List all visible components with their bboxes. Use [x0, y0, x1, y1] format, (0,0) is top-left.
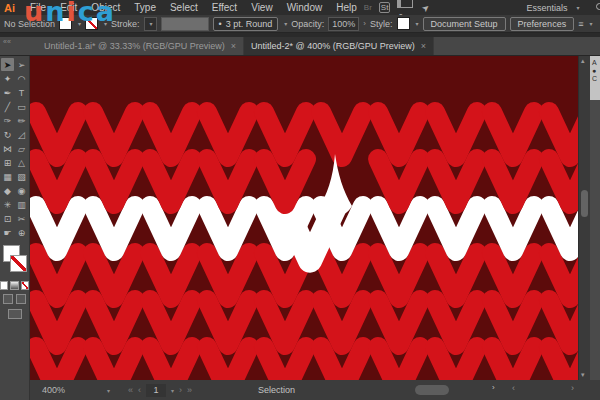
magic-wand-tool-icon[interactable]: ✦ — [1, 72, 14, 85]
artboard-canvas[interactable] — [30, 56, 578, 380]
document-tab[interactable]: Untitled-2* @ 400% (RGB/GPU Preview)× — [244, 37, 434, 55]
zoom-level[interactable]: 400% — [42, 385, 65, 395]
status-bar: 400% ▾ « ‹ 1 ▾ › » Selection › ‹ › — [30, 380, 600, 400]
status-display: Selection — [258, 385, 295, 395]
brush-preset-value: 3 pt. Round — [226, 19, 273, 29]
collapse-tools-icon[interactable]: «« — [0, 37, 37, 55]
column-graph-tool-icon[interactable]: ▥ — [15, 198, 28, 211]
last-artboard-icon[interactable]: » — [187, 385, 192, 395]
stock-icon[interactable]: St — [379, 2, 391, 13]
document-setup-button[interactable]: Document Setup — [423, 17, 506, 31]
share-icon[interactable]: ➤ — [420, 1, 432, 14]
panel-edge-glyph: A — [592, 59, 597, 67]
shape-builder-tool-icon[interactable]: ⊞ — [1, 156, 14, 169]
close-icon[interactable]: × — [421, 41, 426, 51]
gradient-button[interactable] — [10, 281, 18, 290]
stroke-swatch[interactable] — [10, 255, 27, 272]
color-button[interactable] — [0, 281, 8, 290]
none-button[interactable] — [21, 281, 29, 290]
type-tool-icon[interactable]: T — [15, 86, 28, 99]
preferences-button[interactable]: Preferences — [510, 17, 575, 31]
workspace-switcher[interactable]: Essentials — [526, 3, 567, 13]
tab-label: Untitled-1.ai* @ 33.33% (RGB/GPU Preview… — [44, 41, 225, 51]
search-icon[interactable] — [596, 3, 600, 12]
opacity-value: 100% — [332, 19, 355, 29]
artboard-tool-icon[interactable]: ⊡ — [1, 212, 14, 225]
menu-file[interactable]: File — [23, 0, 53, 15]
tools-panel: ➤➢✦◠✒T╱▭✑✏↻◿⋈▱⊞△▦▧◆◉✳▥⊡✂☛⊕ — [0, 56, 30, 400]
scroll-right-icon[interactable]: › — [571, 383, 574, 393]
menu-effect[interactable]: Effect — [205, 0, 244, 15]
document-tab[interactable]: Untitled-1.ai* @ 33.33% (RGB/GPU Preview… — [37, 37, 244, 55]
eyedropper-tool-icon[interactable]: ◆ — [1, 184, 14, 197]
horizontal-scroll-thumb[interactable] — [415, 385, 449, 395]
document-tab-bar: «« Untitled-1.ai* @ 33.33% (RGB/GPU Prev… — [0, 37, 600, 56]
opacity-field[interactable]: 100% — [328, 17, 359, 31]
menu-help[interactable]: Help — [329, 0, 364, 15]
chevron-down-icon: ▾ — [589, 20, 592, 27]
brush-preset-dropdown[interactable]: • 3 pt. Round — [213, 17, 279, 31]
vertical-scrollbar[interactable]: ▴ ▾ — [578, 56, 590, 380]
lasso-tool-icon[interactable]: ◠ — [15, 72, 28, 85]
chevron-down-icon[interactable]: ▾ — [78, 20, 81, 27]
pen-tool-icon[interactable]: ✒ — [1, 86, 14, 99]
pencil-tool-icon[interactable]: ✏ — [15, 114, 28, 127]
panel-edge-glyph: C — [592, 75, 597, 83]
style-label: Style: — [370, 19, 393, 29]
style-swatch[interactable] — [397, 17, 410, 30]
perspective-grid-tool-icon[interactable]: △ — [15, 156, 28, 169]
bridge-icon[interactable]: Br — [364, 3, 372, 12]
menu-select[interactable]: Select — [163, 0, 205, 15]
artboard-number[interactable]: 1 — [146, 384, 166, 397]
chevron-down-icon[interactable]: ▾ — [107, 387, 110, 394]
width-tool-icon[interactable]: ⋈ — [1, 142, 14, 155]
menu-edit[interactable]: Edit — [53, 0, 84, 15]
hand-tool-icon[interactable]: ☛ — [1, 226, 14, 239]
chevron-down-icon[interactable]: ▾ — [284, 20, 287, 27]
menu-view[interactable]: View — [244, 0, 280, 15]
close-icon[interactable]: × — [231, 41, 236, 51]
chevron-down-icon[interactable]: ▾ — [171, 387, 174, 394]
brush-preview[interactable] — [161, 17, 209, 31]
scroll-up-icon[interactable]: ▴ — [581, 57, 585, 65]
draw-behind-button[interactable] — [16, 294, 26, 304]
free-transform-tool-icon[interactable]: ▱ — [15, 142, 28, 155]
stroke-weight-dropdown[interactable]: ▾ — [144, 17, 157, 31]
selection-tool-icon[interactable]: ➤ — [1, 58, 14, 71]
scroll-left-icon[interactable]: ‹ — [512, 383, 515, 393]
vertical-scroll-thumb[interactable] — [581, 190, 588, 217]
draw-normal-button[interactable] — [3, 294, 13, 304]
mesh-tool-icon[interactable]: ▦ — [1, 170, 14, 183]
slice-tool-icon[interactable]: ✂ — [15, 212, 28, 225]
next-artboard-icon[interactable]: › — [179, 385, 182, 395]
knit-pattern — [30, 56, 578, 380]
menu-window[interactable]: Window — [280, 0, 330, 15]
rectangle-tool-icon[interactable]: ▭ — [15, 100, 28, 113]
first-artboard-icon[interactable]: « — [128, 385, 133, 395]
opacity-arrow-icon[interactable]: › — [363, 19, 366, 28]
fill-swatch[interactable] — [59, 17, 72, 30]
line-segment-tool-icon[interactable]: ╱ — [1, 100, 14, 113]
blend-tool-icon[interactable]: ◉ — [15, 184, 28, 197]
paintbrush-tool-icon[interactable]: ✑ — [1, 114, 14, 127]
align-options-icon[interactable]: ≡ — [578, 19, 583, 29]
stroke-label: Stroke: — [111, 19, 140, 29]
zoom-tool-icon[interactable]: ⊕ — [15, 226, 28, 239]
menu-type[interactable]: Type — [127, 0, 163, 15]
direct-selection-tool-icon[interactable]: ➢ — [15, 58, 28, 71]
control-bar: No Selection ▾ ▾ Stroke: ▾ • 3 pt. Round… — [0, 15, 600, 33]
scroll-right-icon[interactable]: › — [492, 383, 495, 392]
app-icon[interactable]: Ai — [4, 2, 15, 14]
gradient-tool-icon[interactable]: ▧ — [15, 170, 28, 183]
stroke-swatch[interactable] — [85, 17, 98, 30]
screen-mode-button[interactable] — [8, 309, 22, 319]
chevron-down-icon: ▾ — [576, 4, 579, 11]
chevron-down-icon[interactable]: ▾ — [104, 20, 107, 27]
menu-object[interactable]: Object — [84, 0, 127, 15]
prev-artboard-icon[interactable]: ‹ — [138, 385, 141, 395]
scroll-down-icon[interactable]: ▾ — [581, 371, 585, 379]
scale-tool-icon[interactable]: ◿ — [15, 128, 28, 141]
symbol-sprayer-tool-icon[interactable]: ✳ — [1, 198, 14, 211]
chevron-down-icon[interactable]: ▾ — [416, 20, 419, 27]
rotate-tool-icon[interactable]: ↻ — [1, 128, 14, 141]
